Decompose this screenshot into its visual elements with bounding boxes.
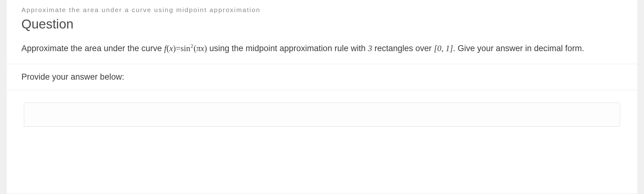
answer-input[interactable]: [24, 103, 620, 127]
formula-open2: (: [193, 42, 196, 55]
formula: f(x) = sin2(πx): [164, 42, 207, 55]
formula-exp: 2: [191, 42, 193, 50]
question-body: Approximate the area under the curve f(x…: [21, 42, 623, 55]
formula-eq: =: [176, 42, 180, 55]
topic-label: Approximate the area under a curve using…: [21, 6, 623, 14]
question-header-section: Approximate the area under a curve using…: [7, 0, 637, 64]
formula-close: ): [173, 42, 176, 55]
formula-x: x: [169, 42, 173, 55]
body-tail: rectangles over: [372, 44, 434, 53]
answer-prompt-section: Provide your answer below:: [7, 64, 637, 90]
formula-f: f: [164, 42, 167, 55]
body-interval: [0, 1]: [434, 44, 453, 53]
question-card: Approximate the area under a curve using…: [6, 0, 638, 194]
body-rects: 3: [368, 44, 372, 53]
body-close: . Give your answer in decimal form.: [453, 44, 584, 53]
formula-close2: ): [204, 42, 207, 55]
answer-input-section: [7, 90, 637, 127]
body-mid: using the midpoint approximation rule wi…: [207, 44, 368, 53]
formula-pi: π: [196, 42, 201, 55]
body-pre: Approximate the area under the curve: [21, 44, 164, 53]
formula-x2: x: [201, 42, 204, 55]
question-heading: Question: [21, 17, 623, 32]
formula-sin: sin: [181, 42, 191, 55]
formula-open: (: [166, 42, 169, 55]
answer-prompt: Provide your answer below:: [21, 72, 623, 82]
